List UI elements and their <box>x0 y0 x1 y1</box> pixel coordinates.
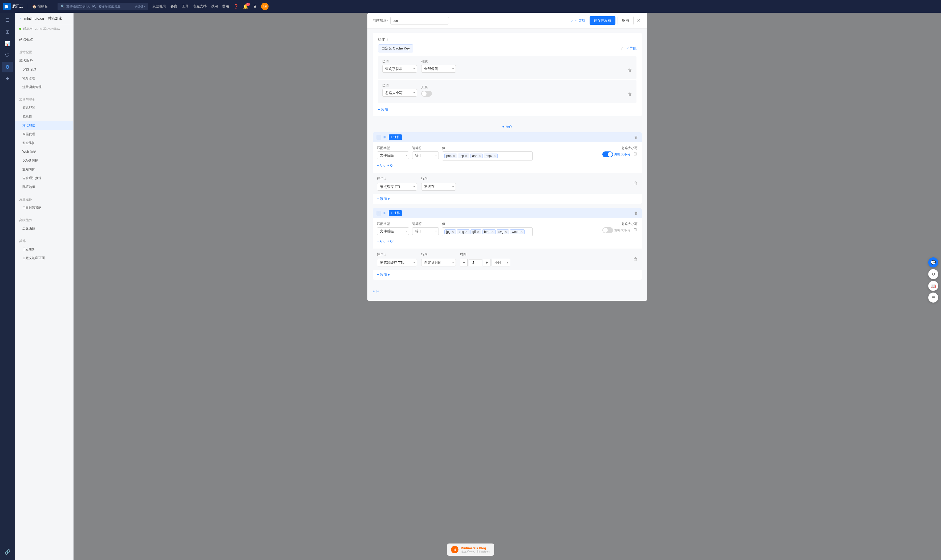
sidebar-item-web-protect[interactable]: Web 防护 <box>15 148 73 156</box>
match-type-select-2[interactable]: 文件后缀 <box>377 227 409 235</box>
action-op-select-2[interactable]: 浏览器缓存 TTL <box>377 259 417 266</box>
tag-remove-jpg[interactable]: ✕ <box>452 230 454 234</box>
type-select-1[interactable]: 查询字符串 <box>382 65 417 73</box>
sidebar-icon-star[interactable]: ★ <box>2 74 13 84</box>
help-icon[interactable]: ❓ <box>233 4 239 9</box>
time-increment[interactable]: + <box>483 259 491 266</box>
delete-action-2[interactable]: 🗑 <box>633 257 637 262</box>
case-toggle-2[interactable] <box>602 227 613 233</box>
if-order-up-2[interactable]: ↑ <box>376 211 381 215</box>
row1-delete[interactable]: 🗑 <box>628 68 632 73</box>
and-btn-2[interactable]: + And <box>377 240 385 243</box>
float-refresh-btn[interactable]: ↻ <box>928 269 938 279</box>
tag-remove-aspx[interactable]: ✕ <box>494 154 496 158</box>
tag-remove-svg[interactable]: ✕ <box>504 230 507 234</box>
time-input[interactable] <box>469 259 482 266</box>
action-behavior-select-1[interactable]: 不缓存 <box>421 183 456 191</box>
sidebar-item-origin-group[interactable]: 源站组 <box>15 112 73 121</box>
sidebar-item-custom-page[interactable]: 自定义响应页面 <box>15 254 73 262</box>
or-btn-1[interactable]: + Or <box>387 164 394 168</box>
back-button[interactable]: ← <box>19 17 23 20</box>
mode-select[interactable]: 全部保留 <box>421 65 456 73</box>
sidebar-item-dns[interactable]: DNS 记录 <box>15 65 73 74</box>
nav-item-record[interactable]: 备案 <box>171 4 177 9</box>
cancel-button[interactable]: 取消 <box>617 16 634 25</box>
action-op-select-1[interactable]: 节点缓存 TTL <box>377 183 417 191</box>
tag-remove-php[interactable]: ✕ <box>453 154 455 158</box>
annotation-btn-1[interactable]: + 注释 <box>389 134 402 140</box>
tag-remove-webp[interactable]: ✕ <box>520 230 523 234</box>
value-tags-2[interactable]: jpg ✕ png ✕ gif ✕ bmp ✕ svg ✕ webp ✕ <box>442 227 532 236</box>
tag-remove-bmp[interactable]: ✕ <box>491 230 494 234</box>
sidebar-item-overview[interactable]: 站点概览 <box>15 35 73 44</box>
sidebar-item-config[interactable]: 配置选项 <box>15 183 73 191</box>
sidebar-icon-link[interactable]: 🔗 <box>2 547 13 557</box>
sidebar-item-origin-protect[interactable]: 源站防护 <box>15 165 73 174</box>
user-avatar[interactable]: 业务 <box>261 3 268 10</box>
sidebar-item-alert[interactable]: 告警通知推送 <box>15 174 73 183</box>
delete-row2-icon[interactable]: 🗑 <box>628 92 632 96</box>
delete-if-1[interactable]: 🗑 <box>634 135 638 140</box>
tag-remove-gif[interactable]: ✕ <box>477 230 479 234</box>
add-dropdown-1[interactable]: + 添加 ▾ <box>377 197 390 201</box>
annotation-btn-2[interactable]: + 注释 <box>389 210 402 216</box>
expand-row-icon[interactable]: ⤢ <box>620 46 623 51</box>
float-docs-btn[interactable]: 📖 <box>928 281 938 291</box>
expand-icon[interactable]: ⤢ <box>571 18 573 23</box>
if-order-down-1[interactable]: ↓ <box>376 135 381 140</box>
sidebar-item-usage-cap[interactable]: 用量封顶策略 <box>15 203 73 212</box>
add-dropdown-2[interactable]: + 添加 ▾ <box>377 272 390 277</box>
add-row-link[interactable]: + 添加 <box>378 107 388 112</box>
nav-item-group[interactable]: 集团账号 <box>153 4 166 9</box>
search-bar[interactable]: 🔍 支持通过实例ID、IP、名称等搜索资源 快捷键 / <box>57 3 148 11</box>
time-unit-select[interactable]: 小时 <box>492 259 510 266</box>
delete-row1-icon[interactable]: 🗑 <box>628 68 632 72</box>
navigate-row-label[interactable]: < 导航 <box>626 46 637 51</box>
nav-item-cost[interactable]: 费用 <box>222 4 229 9</box>
navigate-label[interactable]: < 导航 <box>575 18 585 23</box>
modal-close-button[interactable]: ✕ <box>636 18 642 23</box>
time-decrement[interactable]: − <box>460 259 467 266</box>
action-behavior-select-2[interactable]: 自定义时间 <box>421 259 456 266</box>
nav-item-trial[interactable]: 试用 <box>211 4 218 9</box>
sidebar-item-l4-proxy[interactable]: 四层代理 <box>15 130 73 138</box>
sidebar-item-site-accel[interactable]: 站点加速 <box>15 121 73 130</box>
sidebar-item-traffic-mgmt[interactable]: 流量调度管理 <box>15 83 73 92</box>
modal-title-input[interactable] <box>390 17 449 25</box>
screen-icon[interactable]: 🖥 <box>253 4 257 9</box>
nav-item-support[interactable]: 客服支持 <box>193 4 207 9</box>
value-tags-1[interactable]: php ✕ jsp ✕ asp ✕ aspx ✕ <box>442 151 532 160</box>
case-toggle[interactable] <box>421 91 432 97</box>
delete-condition-1[interactable]: 🗑 <box>633 151 637 156</box>
sidebar-icon-shield[interactable]: 🛡 <box>2 50 13 61</box>
or-btn-2[interactable]: + Or <box>387 240 394 243</box>
sidebar-item-edge-func[interactable]: 边缘函数 <box>15 224 73 233</box>
tag-remove-png[interactable]: ✕ <box>465 230 467 234</box>
sidebar-item-log-svc[interactable]: 日志服务 <box>15 245 73 254</box>
float-chat-btn[interactable]: 💬 <box>928 257 938 268</box>
sidebar-icon-menu[interactable]: ☰ <box>2 15 13 26</box>
sidebar-icon-gear[interactable]: ⚙ <box>2 62 13 72</box>
match-type-select-1[interactable]: 文件后缀 <box>377 151 409 159</box>
operator-select-1[interactable]: 等于 <box>412 151 439 159</box>
sidebar-icon-grid[interactable]: ⊞ <box>2 27 13 37</box>
save-publish-button[interactable]: 保存并发布 <box>589 16 616 25</box>
sidebar-icon-monitor[interactable]: 📊 <box>2 38 13 49</box>
row2-delete[interactable]: 🗑 <box>628 92 632 97</box>
notification-bell[interactable]: 🔔 1 <box>243 4 248 9</box>
sidebar-item-security[interactable]: 安全防护 <box>15 138 73 148</box>
float-menu-btn[interactable]: ☰ <box>928 292 938 303</box>
tag-remove-jsp[interactable]: ✕ <box>465 154 467 158</box>
type-select-2[interactable]: 忽略大小写 <box>382 89 417 97</box>
case-toggle-1[interactable] <box>602 151 613 157</box>
operator-select-2[interactable]: 等于 <box>412 227 439 235</box>
delete-condition-2[interactable]: 🗑 <box>633 227 637 232</box>
sidebar-item-domain-svc[interactable]: 域名服务 <box>15 56 73 65</box>
and-btn-1[interactable]: + And <box>377 164 385 168</box>
add-operation-btn[interactable]: + 操作 <box>502 124 512 129</box>
sidebar-item-ddos[interactable]: DDoS 防护 <box>15 156 73 165</box>
tag-remove-asp[interactable]: ✕ <box>478 154 481 158</box>
add-if-button[interactable]: + IF <box>373 289 379 293</box>
control-panel-label[interactable]: 🏠 控制台 <box>32 4 48 9</box>
nav-item-tool[interactable]: 工具 <box>182 4 189 9</box>
